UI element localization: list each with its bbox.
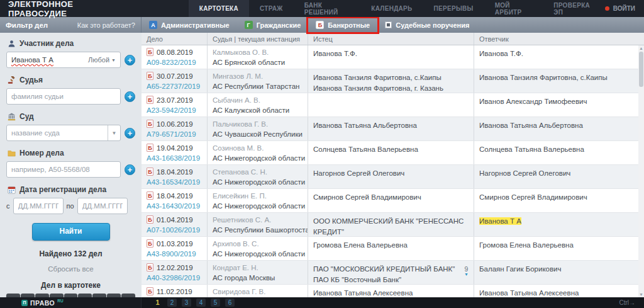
tab-administrative[interactable]: А Административные (142, 17, 237, 33)
judge-name: Решетников С. А. (213, 216, 304, 224)
case-number-link[interactable]: А43-8900/2019 (147, 250, 196, 258)
search-button[interactable]: Найти (32, 223, 110, 241)
case-number-link[interactable]: А07-10026/2019 (147, 226, 200, 234)
table-row[interactable]: Б12.02.2019А40-32986/2019 Кондрат Е. Н.А… (142, 261, 638, 285)
case-number-link[interactable]: А23-5942/2019 (147, 106, 196, 114)
judge-section-label: Судья (8, 76, 135, 84)
nav-kartoteka[interactable]: КАРТОТЕКА (189, 0, 249, 17)
nav-moy-arbitr[interactable]: МОЙ АРБИТР (484, 0, 543, 17)
case-number-link[interactable]: А65-22737/2019 (147, 83, 200, 90)
top-bar: ЭЛЕКТРОННОЕ ПРАВОСУДИЕ КАРТОТЕКА СТРАЖ Б… (0, 0, 644, 17)
tab-label: Гражданские (257, 21, 301, 29)
tab-court-orders[interactable]: Судебные поручения (377, 17, 477, 33)
add-court-button[interactable]: + (125, 128, 135, 139)
defendant: Иванова Татьяна Алексеевна (479, 288, 635, 297)
case-date: 12.02.2019 (157, 264, 193, 271)
page-5[interactable]: 5 (211, 299, 220, 307)
table-row[interactable]: Б18.04.2019А43-16534/2019 Степанова С. Н… (142, 165, 638, 189)
case-number-link[interactable]: А43-16430/2019 (147, 202, 200, 210)
case-number-link[interactable]: А43-16534/2019 (147, 178, 200, 186)
case-number-link[interactable]: А79-6571/2019 (147, 130, 196, 138)
table-row[interactable]: Б23.07.2019А23-5942/2019 Сыбачин А. В.АС… (142, 93, 638, 117)
case-number-input[interactable] (6, 161, 121, 178)
plaintiff: Иванова Татьяна Альбертовна (313, 120, 470, 131)
defendant: Солнцева Татьяна Валерьевна (479, 144, 635, 155)
counter-label: Дел в картотеке (6, 281, 135, 290)
judge-name: Свиридова Г. В. (213, 288, 304, 295)
page-4[interactable]: 4 (196, 299, 206, 307)
tab-bankruptcy[interactable]: Б Банкротные (308, 17, 377, 33)
court-name: АС Калужской области (213, 106, 304, 114)
date-from-label: с (6, 202, 10, 210)
add-participant-button[interactable]: + (125, 55, 135, 66)
court-name: АС Нижегородской области (213, 250, 304, 258)
defendant: Иванова Татьяна Альбертовна (479, 120, 635, 131)
judge-name: Калмыкова О. В. (213, 48, 304, 56)
how-it-works-link[interactable]: Как это работает? (77, 21, 135, 29)
table-row[interactable]: Б10.06.2019А79-6571/2019 Пальчикова Г. В… (142, 117, 638, 141)
court-name: АС Брянской области (213, 59, 304, 66)
reg-date-section-label: Дата регистрации дела (8, 185, 135, 194)
page-3[interactable]: 3 (182, 299, 191, 307)
case-date: 01.04.2019 (157, 216, 193, 224)
filter-bar: Фильтр дел Как это работает? А Администр… (0, 17, 644, 33)
chevron-down-icon: ▼ (464, 273, 469, 277)
add-case-number-button[interactable]: + (125, 164, 135, 175)
case-number-link[interactable]: А40-32986/2019 (147, 274, 200, 282)
table-row[interactable]: Б01.04.2019А07-10026/2019 Решетников С. … (142, 213, 638, 237)
pravo-logo-icon: П (21, 300, 28, 306)
nav-bank-resheniy[interactable]: БАНК РЕШЕНИЙ (294, 0, 361, 17)
nav-strazh[interactable]: СТРАЖ (249, 0, 294, 17)
court-select[interactable]: название суда ▼ (6, 125, 121, 141)
filter-title: Фильтр дел (6, 21, 48, 29)
table-row[interactable]: Б19.04.2019А43-16638/2019 Созинова М. В.… (142, 141, 638, 165)
case-number-link[interactable]: А09-8232/2019 (147, 59, 196, 66)
scrollbar-thumb[interactable] (639, 52, 643, 87)
participant-input[interactable]: Иванова Т А Любой ▼ (6, 52, 121, 68)
reset-all-link[interactable]: Сбросить все (6, 265, 135, 273)
page-6[interactable]: 6 (225, 299, 235, 307)
defendant: Балаян Гагик Борикович (479, 264, 635, 275)
table-row[interactable]: Б01.03.2019А43-8900/2019 Архипов В. С.АС… (142, 237, 638, 261)
participant-role-dropdown[interactable]: Любой ▼ (88, 56, 116, 64)
bankruptcy-case-icon: Б (147, 144, 153, 152)
login-button[interactable]: ВОЙТИ (605, 0, 644, 17)
add-judge-button[interactable]: + (125, 91, 135, 102)
table-row[interactable]: Б18.04.2019А43-16430/2019 Елисейкин Е. П… (142, 189, 638, 213)
scroll-down-arrow-icon[interactable]: ▼ (638, 292, 644, 297)
nav-kalendar[interactable]: КАЛЕНДАРЬ (360, 0, 423, 17)
bankruptcy-case-icon: Б (147, 287, 153, 295)
plaintiff: Смирнов Сергей Владимирович (313, 192, 470, 203)
defendant: Иванова Т.Ф. (479, 48, 635, 59)
more-parties-badge[interactable]: 9 ▼ (464, 265, 469, 277)
nav-pereryvy[interactable]: ПЕРЕРЫВЫ (423, 0, 484, 17)
table-row[interactable]: Б11.02.2019А45-4130/2019 Свиридова Г. В.… (142, 285, 638, 297)
tab-civil[interactable]: Г Гражданские (237, 17, 309, 33)
case-number-link[interactable]: А43-16638/2019 (147, 154, 200, 162)
page-1[interactable]: 1 (153, 299, 162, 307)
table-row[interactable]: Б30.07.2019А65-22737/2019 Мингазов Л. М.… (142, 69, 638, 93)
date-from-input[interactable] (13, 198, 64, 214)
table-row[interactable]: Б08.08.2019А09-8232/2019 Калмыкова О. В.… (142, 45, 638, 69)
nav-proverka-ep[interactable]: ПРОВЕРКА ЭП (543, 0, 604, 17)
judge-input[interactable] (6, 88, 121, 105)
app-title: ЭЛЕКТРОННОЕ ПРАВОСУДИЕ (0, 0, 128, 17)
date-to-input[interactable] (77, 198, 128, 214)
scroll-up-arrow-icon[interactable]: ▲ (638, 45, 644, 51)
pagination: 1 2 3 4 5 6 (153, 299, 235, 307)
tab-label: Судебные поручения (396, 21, 469, 29)
defendant: Иванова Танзиля Фаритовна, с.Каипы (479, 72, 635, 83)
case-date: 18.04.2019 (157, 192, 193, 200)
case-date: 30.07.2019 (157, 72, 193, 80)
vertical-scrollbar[interactable]: ▲ ▼ (638, 45, 644, 297)
judge-name: Елисейкин Е. П. (213, 192, 304, 200)
judge-name: Сыбачин А. В. (213, 96, 304, 104)
page-2[interactable]: 2 (167, 299, 177, 307)
pravo-logo[interactable]: П ПРАВО RU (0, 297, 142, 308)
chevron-down-icon[interactable]: ▼ (108, 125, 120, 140)
civil-letter-icon: Г (245, 21, 253, 29)
tab-label: Административные (161, 21, 230, 29)
defendant: Громова Елена Валерьевна (479, 240, 635, 251)
person-icon (8, 40, 16, 48)
checkbox-icon[interactable] (385, 21, 392, 28)
